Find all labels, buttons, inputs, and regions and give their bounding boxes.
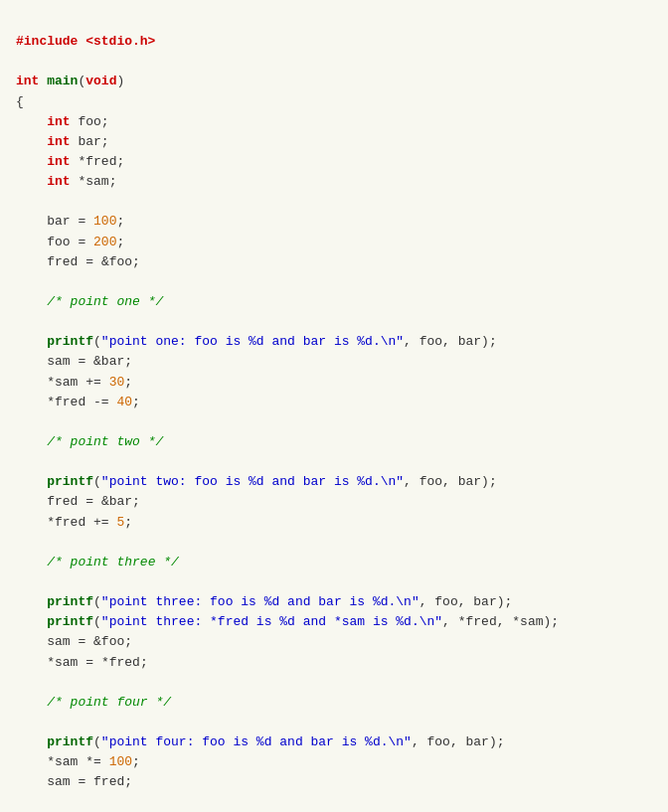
comment-point-two: /* point two */ xyxy=(47,434,163,449)
printf-call-2: printf xyxy=(47,474,93,489)
keyword-int: int xyxy=(16,74,39,88)
printf-call-4: printf xyxy=(47,734,93,749)
printf-call-3a: printf xyxy=(47,594,93,609)
include-directive: #include <stdio.h> xyxy=(16,34,155,49)
kw-int-1: int xyxy=(47,114,70,129)
keyword-void: void xyxy=(85,74,116,88)
kw-int-3: int xyxy=(47,154,70,169)
comment-point-four: /* point four */ xyxy=(47,695,171,710)
comment-point-three: /* point three */ xyxy=(47,555,179,569)
printf-call-3b: printf xyxy=(47,614,93,629)
comment-point-one: /* point one */ xyxy=(47,294,163,309)
open-brace: { xyxy=(16,94,24,109)
kw-int-2: int xyxy=(47,134,70,149)
main-function: main xyxy=(47,74,78,88)
printf-call-1: printf xyxy=(47,334,93,349)
code-editor: #include <stdio.h> int main(void) { int … xyxy=(16,12,652,812)
kw-int-4: int xyxy=(47,174,70,189)
